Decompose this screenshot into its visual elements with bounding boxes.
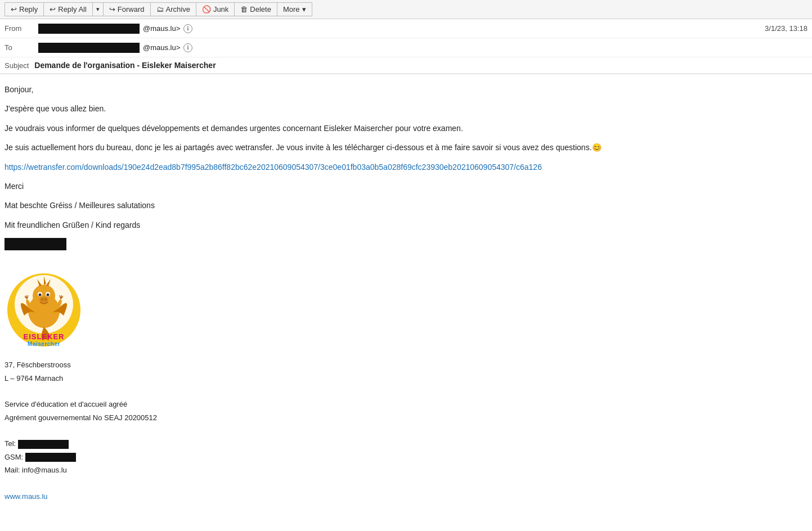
subject-label: Subject [5,61,29,70]
gsm-row: GSM: [5,451,807,464]
email-body: Bonjour, J'espère que vous allez bien. J… [0,74,812,512]
from-domain: @maus.lu> [143,24,180,33]
to-value: @maus.lu> ℹ [38,43,192,53]
gsm-number-redacted [25,453,76,462]
body-line2: Je voudrais vous informer de quelques dé… [5,122,807,134]
forward-icon: ↪ [109,5,115,14]
from-row: From @maus.lu> ℹ 3/1/23, 13:18 [0,19,812,38]
to-address-redacted [38,43,140,53]
svg-point-9 [42,299,43,300]
reply-all-group: ↩ Reply All ▾ [43,2,103,16]
address-line1: 37, Fëschberstrooss [5,358,807,371]
junk-icon: 🚫 [202,5,211,14]
email-date: 3/1/23, 13:18 [765,24,807,33]
delete-label: Delete [250,5,271,14]
svg-text:EISLEKER: EISLEKER [23,332,64,341]
mail-label: Mail: [5,466,20,474]
website-link[interactable]: www.maus.lu [5,492,48,501]
svg-point-7 [47,294,50,296]
email-toolbar: ↩ Reply ↩ Reply All ▾ ↪ Forward 🗂 Archiv… [0,0,812,19]
salutation2: Mit freundlichen Grüßen / Kind regards [5,219,807,231]
reply-button[interactable]: ↩ Reply [5,2,43,16]
archive-label: Archive [166,5,190,14]
chevron-down-icon: ▾ [96,6,100,13]
reply-all-button[interactable]: ↩ Reply All [44,3,93,16]
contact-info: 37, Fëschberstrooss L – 9764 Marnach Ser… [5,358,807,503]
to-row: To @maus.lu> ℹ [0,38,812,57]
from-label: From [5,24,38,33]
delete-button[interactable]: 🗑 Delete [234,2,277,16]
archive-icon: 🗂 [156,5,164,14]
email-header: From @maus.lu> ℹ 3/1/23, 13:18 To @maus.… [0,19,812,74]
reply-all-label: Reply All [58,5,87,14]
forward-label: Forward [118,5,145,14]
greeting: Bonjour, [5,83,807,96]
toolbar-actions: ↩ Reply ↩ Reply All ▾ ↪ Forward 🗂 Archiv… [5,2,312,16]
svg-text:Maisercher: Maisercher [28,341,60,347]
thanks: Merci [5,180,807,192]
tel-label: Tel: [5,439,16,448]
more-label: More [283,5,300,14]
reply-label: Reply [19,5,38,14]
to-label: To [5,43,38,52]
archive-button[interactable]: 🗂 Archive [150,2,196,16]
delete-icon: 🗑 [240,5,248,14]
svg-point-10 [45,299,47,300]
to-info-icon[interactable]: ℹ [183,43,192,52]
reply-icon: ↩ [11,5,17,14]
more-button[interactable]: More ▾ [277,2,312,16]
junk-button[interactable]: 🚫 Junk [196,2,234,16]
svg-point-6 [39,294,42,296]
service-line1: Service d'éducation et d'accueil agréé [5,398,807,411]
wetransfer-link-paragraph: https://wetransfer.com/downloads/190e24d… [5,161,807,173]
eisleker-logo: EISLEKER Maisercher [5,271,83,349]
reply-all-dropdown-button[interactable]: ▾ [93,3,103,16]
from-address-redacted [38,24,140,34]
reply-all-icon: ↩ [50,5,56,14]
gsm-label: GSM: [5,453,23,461]
to-domain: @maus.lu> [143,43,180,52]
subject-row: Subject Demande de l'organisation - Eisl… [0,57,812,74]
from-value: @maus.lu> ℹ [38,24,192,34]
logo-area: EISLEKER Maisercher [5,271,807,349]
body-line1: J'espère que vous allez bien. [5,102,807,115]
tel-row: Tel: [5,437,807,450]
mail-value: info@maus.lu [22,466,67,474]
salutation1: Mat beschte Gréiss / Meilleures salutati… [5,199,807,212]
address-line2: L – 9764 Marnach [5,372,807,385]
junk-label: Junk [213,5,228,14]
tel-number-redacted [18,440,69,449]
more-chevron-icon: ▾ [302,5,306,14]
wetransfer-link[interactable]: https://wetransfer.com/downloads/190e24d… [5,163,542,172]
website-row: www.maus.lu [5,490,807,503]
from-info-icon[interactable]: ℹ [183,24,192,33]
subject-value: Demande de l'organisation - Eisleker Mai… [34,61,216,70]
body-line3: Je suis actuellement hors du bureau, don… [5,141,807,154]
signature-name-block [5,238,807,259]
mail-row: Mail: info@maus.lu [5,464,807,476]
forward-button[interactable]: ↪ Forward [103,2,150,16]
service-line2: Agrément gouvernemental No SEAJ 20200512 [5,411,807,424]
